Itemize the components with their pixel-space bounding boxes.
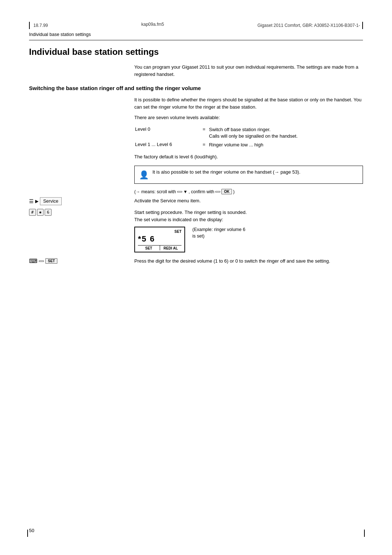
display-btn-set: SET <box>138 245 160 250</box>
header-file: kap09a.fm5 <box>141 22 164 27</box>
display-example: SET *5 6 SET REDI AL (Example: ringer vo… <box>134 227 363 252</box>
menu-icon: ☰ <box>29 198 34 204</box>
instr-right-keys: Start setting procedure. The ringer sett… <box>131 209 363 223</box>
intro-text: You can program your Gigaset 2011 to sui… <box>134 64 363 78</box>
instr-left-service: ☰ ▶ Service <box>29 197 131 205</box>
display-btn-redial: REDI AL <box>160 245 182 250</box>
factory-default: The factory default is level 6 (loud/hig… <box>134 153 363 161</box>
phone-keypad-icon: ⌨ <box>29 258 37 264</box>
header-product: Gigaset 2011 Comfort, GBR: A30852-X1106-… <box>257 23 360 28</box>
instruction-digit: ⌨ SET Press the digit for the desired vo… <box>29 258 363 265</box>
note-box: 👤 It is also possible to set the ringer … <box>134 166 363 184</box>
instruction-keys: # ✱ 6 Start setting procedure. The ringe… <box>29 209 363 223</box>
footer-bar-left <box>27 530 28 537</box>
service-label: Service <box>43 199 58 204</box>
display-box: SET *5 6 SET REDI AL <box>134 227 185 252</box>
footer-bar-right <box>364 530 365 537</box>
section1-heading: Switching the base station ringer off an… <box>29 84 363 92</box>
chapter-title: Individual base station settings <box>29 47 363 57</box>
scroll-rect-btn <box>177 191 182 193</box>
volume-intro: There are seven volume levels available: <box>134 114 363 121</box>
breadcrumb: Individual base station settings <box>29 32 363 40</box>
display-number: *5 6 <box>138 234 181 244</box>
instr-right-service: Activate the Service menu item. <box>131 197 363 204</box>
section1-body1: It is possible to define whether the rin… <box>134 96 363 110</box>
confirm-rect-btn <box>215 191 220 193</box>
key-group: # ✱ 6 <box>29 209 52 216</box>
scroll-note: (→ means: scroll with ▼ , confirm with O… <box>134 189 363 194</box>
instruction-service: ☰ ▶ Service Activate the Service menu it… <box>29 197 363 205</box>
table-row: Level 1 ... Level 6 = Ringer volume low … <box>135 141 362 149</box>
phone-key-group: ⌨ SET <box>29 258 57 264</box>
service-menu-item: Service <box>40 197 62 205</box>
set-label-btn: SET <box>45 258 57 264</box>
volume-table: Level 0 = Switch off base station ringer… <box>134 125 363 150</box>
key-hash: # <box>29 209 36 216</box>
key-6: 6 <box>45 209 52 216</box>
page-number: 50 <box>29 528 34 533</box>
display-caption: (Example: ringer volume 6is set) <box>192 227 245 239</box>
instr-right-digit: Press the digit for the desired volume (… <box>131 258 363 265</box>
header-date: 18.7.99 <box>33 23 48 28</box>
digit-rect-btn <box>39 260 44 262</box>
ok-btn: OK <box>221 189 232 194</box>
key-star: ✱ <box>37 209 44 216</box>
arrow-icon: ▶ <box>35 199 38 204</box>
table-row: Level 0 = Switch off base station ringer… <box>135 126 362 140</box>
instr-left-digit: ⌨ SET <box>29 258 131 264</box>
note-icon: 👤 <box>139 170 149 181</box>
note-text: It is also possible to set the ringer vo… <box>152 169 301 175</box>
down-arrow: ▼ <box>183 189 188 194</box>
instr-left-keys: # ✱ 6 <box>29 209 131 216</box>
display-top-set: SET <box>175 230 181 234</box>
page-header: 18.7.99 kap09a.fm5 Gigaset 2011 Comfort,… <box>29 22 363 29</box>
